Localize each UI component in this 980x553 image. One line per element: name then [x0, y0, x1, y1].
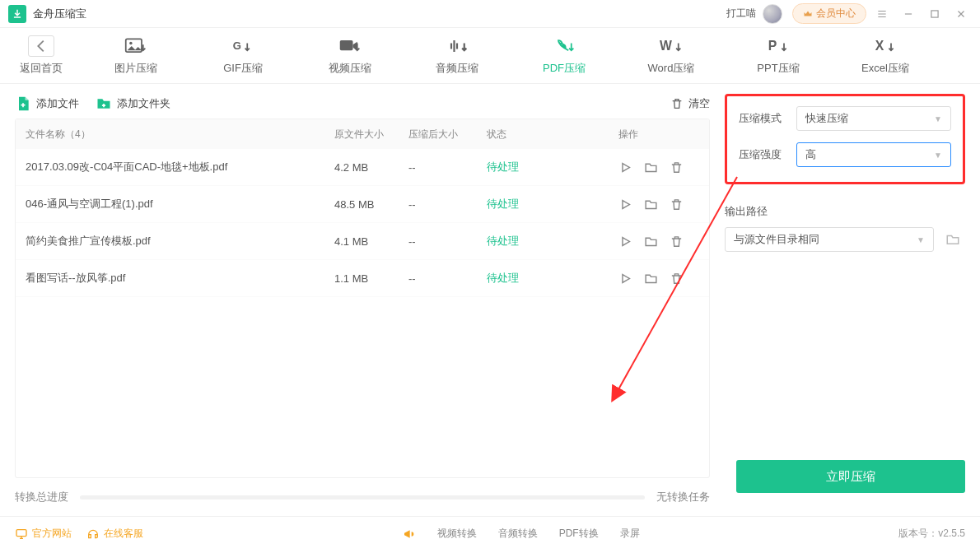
cell-orig-size: 48.5 MB — [334, 198, 408, 211]
cell-after-size: -- — [408, 235, 487, 248]
user-avatar[interactable] — [763, 4, 782, 24]
play-icon[interactable] — [618, 272, 632, 286]
nav-pdf-compress[interactable]: PDF压缩 — [511, 36, 618, 76]
vip-center-button[interactable]: 会员中心 — [792, 3, 866, 24]
col-header-ops: 操作 — [618, 128, 709, 142]
add-file-button[interactable]: 添加文件 — [15, 95, 79, 112]
nav-image-compress[interactable]: 图片压缩 — [82, 36, 189, 76]
folder-icon[interactable] — [644, 272, 658, 286]
table-row: 046-通风与空调工程(1).pdf48.5 MB--待处理 — [16, 186, 709, 223]
output-path-select[interactable]: 与源文件目录相同 ▼ — [725, 227, 934, 252]
folder-icon — [945, 232, 960, 247]
mode-select[interactable]: 快速压缩 ▼ — [796, 106, 951, 131]
trash-icon[interactable] — [670, 198, 684, 211]
cell-after-size: -- — [408, 161, 487, 174]
cell-after-size: -- — [408, 198, 487, 211]
col-header-status: 状态 — [487, 128, 618, 142]
trash-icon[interactable] — [670, 160, 684, 174]
footer-link-video[interactable]: 视频转换 — [437, 527, 477, 541]
svg-marker-10 — [623, 237, 630, 245]
excel-icon: X — [874, 36, 897, 56]
version-label: 版本号：v2.5.5 — [898, 527, 965, 541]
promo-icon — [403, 527, 416, 541]
file-table: 文件名称（4） 原文件大小 压缩后大小 状态 操作 2017.03.09改-C0… — [15, 118, 710, 478]
svg-point-2 — [129, 41, 133, 44]
nav-video-compress[interactable]: 视频压缩 — [296, 36, 404, 76]
cell-status: 待处理 — [487, 160, 618, 174]
word-icon: W — [660, 36, 683, 56]
nav-back[interactable]: 返回首页 — [0, 36, 82, 76]
svg-text:X: X — [875, 39, 884, 53]
clear-button[interactable]: 清空 — [670, 96, 710, 111]
folder-icon[interactable] — [644, 235, 658, 249]
footer-link-pdf[interactable]: PDF转换 — [559, 527, 599, 541]
cell-status: 待处理 — [487, 271, 618, 286]
svg-marker-9 — [623, 200, 630, 208]
nav-excel-compress[interactable]: X Excel压缩 — [832, 36, 939, 76]
maximize-button[interactable] — [924, 3, 945, 25]
strength-select[interactable]: 高 ▼ — [796, 142, 951, 167]
nav-back-label: 返回首页 — [20, 61, 63, 76]
table-row: 2017.03.09改-C04平面CAD-地毯+地板.pdf4.2 MB--待处… — [16, 149, 709, 186]
table-row: 看图写话--放风筝.pdf1.1 MB--待处理 — [16, 260, 709, 297]
megaphone-icon — [403, 527, 416, 541]
audio-icon — [446, 36, 469, 56]
nav-word-compress[interactable]: W Word压缩 — [618, 36, 725, 76]
output-label: 输出路径 — [725, 204, 965, 219]
progress-status: 无转换任务 — [656, 490, 710, 504]
svg-marker-11 — [623, 274, 630, 282]
chevron-down-icon: ▼ — [934, 114, 942, 123]
svg-rect-4 — [340, 40, 353, 50]
official-website-link[interactable]: 官方网站 — [15, 527, 72, 541]
svg-rect-0 — [931, 10, 938, 16]
folder-icon[interactable] — [644, 198, 658, 211]
col-header-orig: 原文件大小 — [334, 128, 408, 142]
strength-label: 压缩强度 — [739, 147, 788, 162]
svg-rect-12 — [16, 529, 26, 536]
folder-icon[interactable] — [644, 160, 658, 174]
minimize-button[interactable] — [898, 3, 919, 25]
footer-link-screen[interactable]: 录屏 — [620, 527, 640, 541]
video-icon — [338, 36, 362, 56]
svg-text:G: G — [233, 40, 241, 52]
chevron-down-icon: ▼ — [934, 151, 942, 160]
crown-icon — [803, 9, 813, 19]
gif-icon: G — [231, 36, 254, 56]
pdf-icon — [553, 36, 576, 56]
vip-label: 会员中心 — [816, 7, 856, 21]
headset-icon — [86, 527, 100, 541]
col-header-name: 文件名称（4） — [16, 128, 334, 142]
play-icon[interactable] — [618, 160, 632, 174]
cell-name: 看图写话--放风筝.pdf — [16, 271, 334, 286]
nav-ppt-compress[interactable]: P PPT压缩 — [725, 36, 832, 76]
cell-after-size: -- — [408, 272, 487, 285]
play-icon[interactable] — [618, 198, 632, 211]
cell-status: 待处理 — [487, 234, 618, 249]
progress-track — [80, 495, 645, 500]
trash-icon[interactable] — [670, 235, 684, 249]
add-file-icon — [15, 95, 31, 112]
nav-gif-compress[interactable]: G GIF压缩 — [189, 36, 296, 76]
nav-audio-compress[interactable]: 音频压缩 — [404, 36, 511, 76]
top-nav: 返回首页 图片压缩 G GIF压缩 视频压缩 音频压缩 PDF压缩 W Word… — [0, 28, 980, 84]
menu-icon[interactable] — [871, 3, 893, 25]
settings-highlight-box: 压缩模式 快速压缩 ▼ 压缩强度 高 ▼ — [725, 94, 965, 184]
cell-name: 2017.03.09改-C04平面CAD-地毯+地板.pdf — [16, 160, 334, 174]
close-button[interactable] — [950, 3, 972, 25]
mode-label: 压缩模式 — [739, 111, 788, 126]
add-folder-button[interactable]: 添加文件夹 — [96, 95, 170, 112]
app-logo-icon — [8, 5, 26, 23]
monitor-icon — [15, 527, 28, 541]
app-title: 金舟压缩宝 — [33, 7, 86, 21]
trash-icon[interactable] — [670, 272, 684, 286]
compress-now-button[interactable]: 立即压缩 — [736, 460, 965, 493]
footer-link-audio[interactable]: 音频转换 — [498, 527, 538, 541]
play-icon[interactable] — [618, 235, 632, 249]
customer-service-link[interactable]: 在线客服 — [86, 527, 143, 541]
svg-text:W: W — [660, 39, 672, 53]
image-icon — [124, 36, 147, 56]
cell-name: 046-通风与空调工程(1).pdf — [16, 197, 334, 211]
trash-icon — [670, 97, 684, 110]
browse-folder-button[interactable] — [940, 227, 965, 252]
svg-text:P: P — [768, 39, 777, 53]
